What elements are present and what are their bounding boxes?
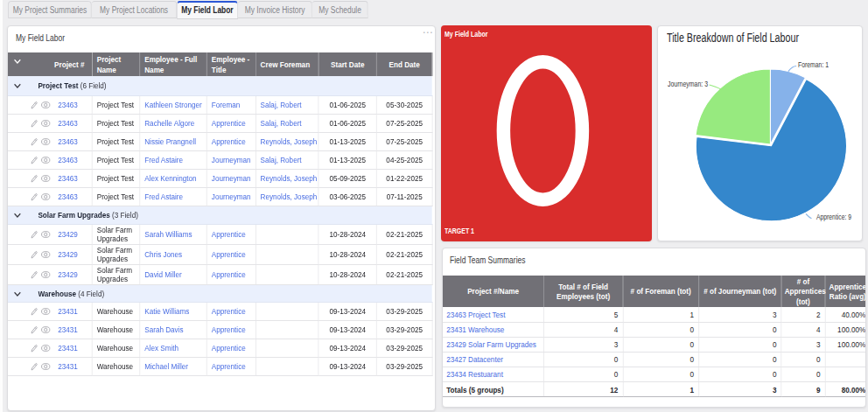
svg-text:Apprentice: 9: Apprentice: 9: [816, 213, 851, 221]
svg-text:Journeyman: 3: Journeyman: 3: [668, 80, 708, 88]
svg-text:Foreman: 1: Foreman: 1: [798, 60, 829, 69]
